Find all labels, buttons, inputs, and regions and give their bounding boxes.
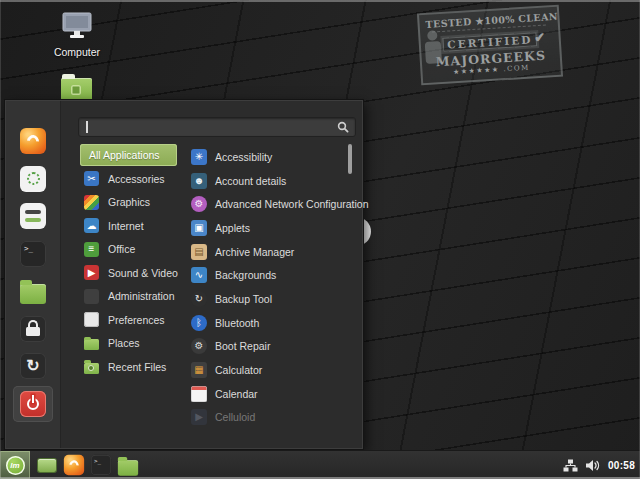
file-manager-icon xyxy=(117,460,137,476)
show-desktop-icon xyxy=(38,459,56,472)
app-label: Backgrounds xyxy=(215,269,276,281)
app-label: Applets xyxy=(215,222,250,234)
majorgeeks-watermark: TESTED ★100% CLEAN CERTIFIED ✔ MAJORGEEK… xyxy=(417,5,563,86)
category-label: Places xyxy=(108,337,140,349)
system-settings-icon xyxy=(20,203,46,229)
category-label: Internet xyxy=(108,220,144,232)
category-item-recent-files[interactable]: Recent Files xyxy=(78,356,186,378)
firefox-browser-icon xyxy=(20,128,46,154)
app-label: Advanced Network Configuration xyxy=(215,198,369,210)
category-label: Office xyxy=(108,243,135,255)
app-label: Calculator xyxy=(215,364,262,376)
category-label: Accessories xyxy=(108,173,165,185)
desktop-icon-label: Computer xyxy=(52,46,102,58)
archive-manager-icon: ▤ xyxy=(191,244,207,260)
sidebar-button-log-out[interactable]: ↻ xyxy=(13,348,53,384)
category-item-internet[interactable]: ☁Internet xyxy=(78,215,186,237)
category-item-graphics[interactable]: Graphics xyxy=(78,191,186,213)
network-icon[interactable] xyxy=(563,459,578,472)
app-item-calculator[interactable]: ▦Calculator xyxy=(189,358,349,382)
internet-icon: ☁ xyxy=(84,218,99,233)
category-label: Sound & Video xyxy=(108,267,178,279)
category-item-preferences[interactable]: Preferences xyxy=(78,309,186,331)
calendar-icon xyxy=(191,386,207,402)
bluetooth-icon: ᛒ xyxy=(191,315,207,331)
taskbar-launcher-terminal[interactable]: >_ xyxy=(87,451,114,479)
app-label: Bluetooth xyxy=(215,317,259,329)
sidebar-button-firefox-browser[interactable] xyxy=(13,123,53,159)
sound-video-icon: ▶ xyxy=(84,265,99,280)
accessories-icon: ✂ xyxy=(84,171,99,186)
app-item-backgrounds[interactable]: ∿Backgrounds xyxy=(189,263,349,287)
taskbar-launcher-show-desktop[interactable] xyxy=(33,451,60,479)
terminal-icon: >_ xyxy=(20,241,46,267)
office-icon: ≡ xyxy=(84,242,99,257)
graphics-icon xyxy=(84,195,99,210)
app-label: Accessibility xyxy=(215,151,272,163)
application-list: ✳Accessibility☻Account details⚙Advanced … xyxy=(189,145,349,429)
taskbar-launchers: >_ xyxy=(33,451,141,479)
category-item-office[interactable]: ≡Office xyxy=(78,238,186,260)
volume-icon[interactable] xyxy=(585,459,601,472)
taskbar-launcher-firefox-browser[interactable] xyxy=(60,451,87,479)
checkmark-icon: ✔ xyxy=(534,30,548,46)
sidebar-button-software-manager[interactable] xyxy=(13,161,53,197)
category-label: Administration xyxy=(108,290,175,302)
app-label: Account details xyxy=(215,175,286,187)
desktop-icon-computer[interactable]: Computer xyxy=(52,12,102,58)
app-item-bluetooth[interactable]: ᛒBluetooth xyxy=(189,311,349,335)
desktop-icon-home-folder[interactable] xyxy=(61,78,92,101)
app-label: Celluloid xyxy=(215,411,255,423)
log-out-icon: ↻ xyxy=(20,353,46,379)
mint-logo-icon: lm xyxy=(6,456,25,475)
category-item-accessories[interactable]: ✂Accessories xyxy=(78,168,186,190)
app-item-account-details[interactable]: ☻Account details xyxy=(189,169,349,193)
mint-menu-panel: >_↻ All Applications✂AccessoriesGraphics… xyxy=(5,100,363,449)
app-item-celluloid[interactable]: ▶Celluloid xyxy=(189,406,349,430)
advanced-network-configuration-icon: ⚙ xyxy=(191,196,207,212)
backup-tool-icon: ↻ xyxy=(191,291,207,307)
search-input[interactable] xyxy=(78,117,356,137)
category-label: Preferences xyxy=(108,314,165,326)
app-item-boot-repair[interactable]: ⚙Boot Repair xyxy=(189,335,349,359)
menu-button[interactable]: lm xyxy=(0,451,30,479)
celluloid-icon: ▶ xyxy=(191,409,207,425)
terminal-icon: >_ xyxy=(90,455,110,475)
magnifier-icon xyxy=(337,121,349,133)
app-item-accessibility[interactable]: ✳Accessibility xyxy=(189,145,349,169)
app-item-calendar[interactable]: Calendar xyxy=(189,382,349,406)
boot-repair-icon: ⚙ xyxy=(191,338,207,354)
category-item-places[interactable]: Places xyxy=(78,332,186,354)
computer-monitor-icon xyxy=(61,12,93,39)
accessibility-icon: ✳ xyxy=(191,149,207,165)
account-details-icon: ☻ xyxy=(191,173,207,189)
app-label: Archive Manager xyxy=(215,246,294,258)
text-caret xyxy=(86,121,88,133)
app-item-archive-manager[interactable]: ▤Archive Manager xyxy=(189,240,349,264)
app-label: Backup Tool xyxy=(215,293,272,305)
applets-icon: ▣ xyxy=(191,220,207,236)
taskbar: lm >_ 00:58 xyxy=(0,450,640,479)
preferences-icon xyxy=(84,312,99,327)
menu-sidebar: >_↻ xyxy=(6,101,61,448)
category-item-administration[interactable]: Administration xyxy=(78,285,186,307)
sidebar-button-file-manager[interactable] xyxy=(13,273,53,309)
taskbar-launcher-file-manager[interactable] xyxy=(114,451,141,479)
app-item-applets[interactable]: ▣Applets xyxy=(189,216,349,240)
category-list: All Applications✂AccessoriesGraphics☁Int… xyxy=(78,144,186,379)
app-item-advanced-network-configuration[interactable]: ⚙Advanced Network Configuration xyxy=(189,192,349,216)
app-list-scrollbar[interactable] xyxy=(348,144,352,174)
clock[interactable]: 00:58 xyxy=(608,460,635,471)
category-item-sound-video[interactable]: ▶Sound & Video xyxy=(78,262,186,284)
recent-files-icon xyxy=(84,363,99,374)
sidebar-button-lock-screen[interactable] xyxy=(13,311,53,347)
category-item-all-applications[interactable]: All Applications xyxy=(80,144,177,166)
category-label: All Applications xyxy=(89,149,160,161)
category-label: Recent Files xyxy=(108,361,166,373)
sidebar-button-shut-down[interactable] xyxy=(13,386,53,422)
app-item-backup-tool[interactable]: ↻Backup Tool xyxy=(189,287,349,311)
lock-screen-icon xyxy=(20,316,46,342)
administration-icon xyxy=(84,289,99,304)
sidebar-button-terminal[interactable]: >_ xyxy=(13,236,53,272)
sidebar-button-system-settings[interactable] xyxy=(13,198,53,234)
